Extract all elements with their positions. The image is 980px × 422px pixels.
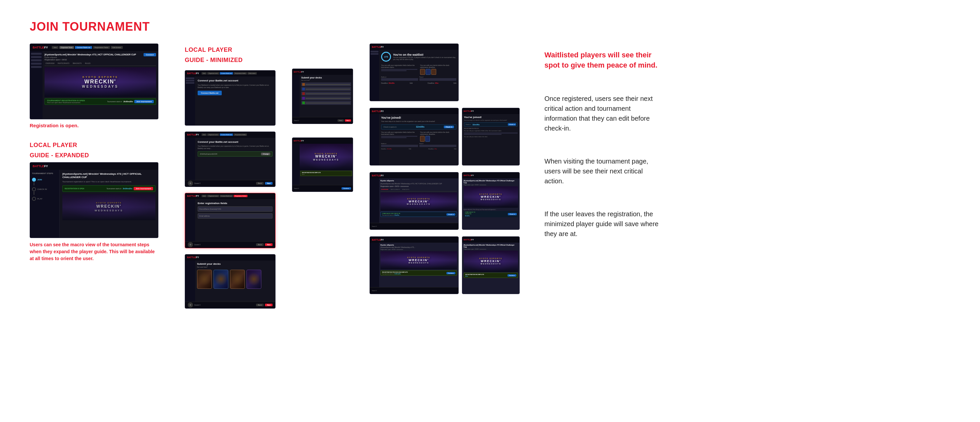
local-guide-minimized-label: LOCAL PLAYER GUIDE - MINIMIZED bbox=[185, 43, 275, 64]
expanded-guide-caption: Users can see the macro view of the tour… bbox=[30, 241, 158, 262]
change-btn[interactable]: Change bbox=[261, 153, 270, 155]
reg-incomplete-screen: BATTLEFY KYOTO ESPORTS WRECKIN' WEDNESDA… bbox=[292, 138, 353, 192]
tournament-page-section: BATTLEFY Kyoto eSports [KyotoeSports.net… bbox=[369, 172, 528, 230]
organizer-text: Kyoto eSports bbox=[45, 56, 136, 58]
reg-open-caption: Registration is open. bbox=[30, 122, 168, 129]
reg-incomplete-section: BATTLEFY Kyoto eSports [KyotoeSports.net… bbox=[369, 236, 528, 294]
connect-bnet-screen-2: BATTLEFY Join Organizer tools Connect Ba… bbox=[185, 132, 275, 187]
checkin-btn-trn[interactable]: Check in bbox=[447, 213, 455, 216]
registration-fields-screen: BATTLEFY Join Organizer tools Connect Ba… bbox=[185, 193, 275, 248]
submit-decks-standalone: BATTLEFY Submit your decks Not sure how? bbox=[292, 68, 353, 124]
local-guide-expanded-label2: GUIDE - EXPANDED bbox=[30, 152, 168, 159]
tournament-name-text: [KyotoeeSports.net] Wreckin' Wednesdays … bbox=[45, 53, 136, 56]
connect-bnet-screen-1: BATTLEFY Join Organizer tools Connect Ba… bbox=[185, 70, 275, 125]
join-trn-btn-expanded[interactable]: Join tournament bbox=[134, 187, 153, 190]
connect-bnet-btn[interactable]: Connect Battle.net bbox=[198, 90, 222, 95]
tournament-page-annotation: When visiting the tournament page, users… bbox=[544, 153, 660, 206]
checkin-btn[interactable]: Check in bbox=[444, 125, 454, 128]
connect-btn[interactable]: Connect bbox=[143, 53, 156, 56]
waitlist-annotation: Waitlisted players will see their spot t… bbox=[544, 43, 660, 90]
join-tournament-btn[interactable]: Join tournament bbox=[134, 100, 154, 103]
registration-status: Registration open • 26/32 bbox=[45, 59, 136, 61]
player-guide-expanded-screen: LOCAL PLAYER GUIDE - EXPANDED BATTLEFY T… bbox=[30, 139, 168, 262]
logo-text: BATTLEFY bbox=[33, 46, 48, 49]
registration-open-screen: BATTLEFY Join Organizer Tools Connect Ba… bbox=[30, 43, 168, 129]
joined-annotation: Once registered, users see their next cr… bbox=[544, 90, 660, 153]
waitlist-section: BATTLEFY #75 bbox=[369, 43, 528, 101]
logo-text-2: BATTLEFY bbox=[33, 165, 48, 168]
tournament-title-text: [KyotoesSports.net] Wreckin' Wednesdays … bbox=[62, 173, 156, 179]
page-title: JOIN TOURNAMENT bbox=[30, 20, 950, 33]
local-guide-expanded-label1: LOCAL PLAYER bbox=[30, 141, 168, 149]
submit-decks-screen: BATTLEFY Submit your decks Not sure how? bbox=[185, 254, 275, 309]
continue-btn[interactable]: Continue bbox=[447, 272, 455, 274]
joined-section: BATTLEFY You've joined! Your next step i… bbox=[369, 108, 528, 165]
reg-incomplete-annotation: If the user leaves the registration, the… bbox=[544, 206, 660, 239]
